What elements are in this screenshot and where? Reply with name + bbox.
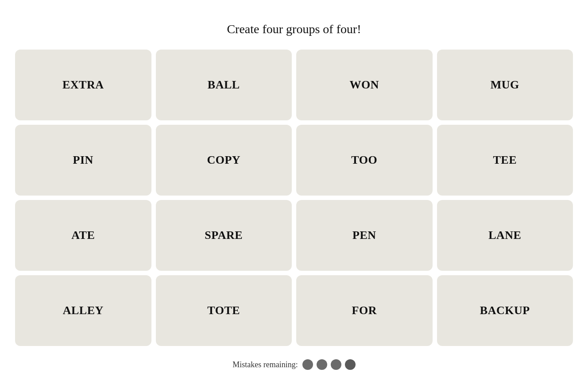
tile-backup[interactable]: BACKUP	[437, 275, 573, 346]
mistakes-section: Mistakes remaining:	[232, 359, 355, 370]
tile-ate[interactable]: ATE	[15, 200, 151, 271]
tile-label-backup: BACKUP	[480, 304, 530, 317]
word-grid: EXTRABALLWONMUGPINCOPYTOOTEEATESPAREPENL…	[15, 50, 573, 346]
tile-pen[interactable]: PEN	[296, 200, 433, 271]
tile-spare[interactable]: SPARE	[156, 200, 292, 271]
tile-label-too: TOO	[351, 154, 377, 167]
tile-for[interactable]: FOR	[296, 275, 433, 346]
tile-label-alley: ALLEY	[63, 304, 104, 317]
tile-tote[interactable]: TOTE	[156, 275, 292, 346]
tile-label-for: FOR	[352, 304, 377, 317]
mistake-dot-4	[345, 359, 356, 370]
tile-label-won: WON	[350, 78, 379, 92]
tile-label-spare: SPARE	[205, 229, 243, 242]
tile-extra[interactable]: EXTRA	[15, 50, 151, 120]
tile-pin[interactable]: PIN	[15, 125, 151, 196]
tile-label-extra: EXTRA	[62, 78, 104, 92]
page-title: Create four groups of four!	[227, 22, 361, 36]
mistake-dot-2	[317, 359, 327, 370]
tile-label-pin: PIN	[73, 154, 93, 167]
mistake-dot-3	[331, 359, 341, 370]
tile-won[interactable]: WON	[296, 50, 433, 120]
tile-mug[interactable]: MUG	[437, 50, 573, 120]
tile-label-mug: MUG	[491, 78, 519, 92]
tile-label-lane: LANE	[488, 229, 521, 242]
tile-alley[interactable]: ALLEY	[15, 275, 151, 346]
tile-label-pen: PEN	[352, 229, 376, 242]
tile-label-ate: ATE	[71, 229, 95, 242]
tile-too[interactable]: TOO	[296, 125, 433, 196]
tile-tee[interactable]: TEE	[437, 125, 573, 196]
mistakes-dots	[302, 359, 356, 370]
tile-label-tote: TOTE	[207, 304, 240, 317]
tile-copy[interactable]: COPY	[156, 125, 292, 196]
tile-label-tee: TEE	[493, 154, 517, 167]
tile-lane[interactable]: LANE	[437, 200, 573, 271]
mistake-dot-1	[302, 359, 313, 370]
tile-ball[interactable]: BALL	[156, 50, 292, 120]
tile-label-copy: COPY	[207, 154, 240, 167]
tile-label-ball: BALL	[208, 78, 240, 92]
mistakes-label: Mistakes remaining:	[232, 360, 298, 369]
